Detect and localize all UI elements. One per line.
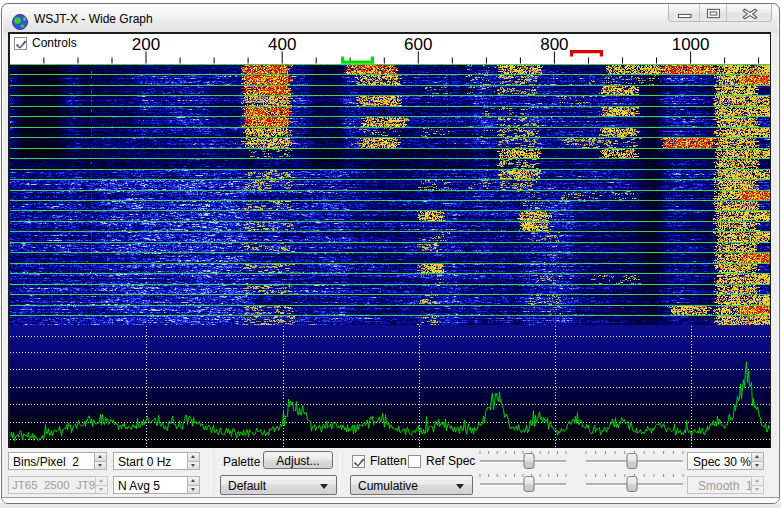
svg-text:600: 600 <box>404 35 432 54</box>
svg-text:200: 200 <box>132 35 160 54</box>
svg-text:400: 400 <box>268 35 296 54</box>
svg-text:1000: 1000 <box>672 35 710 54</box>
svg-text:800: 800 <box>540 35 568 54</box>
